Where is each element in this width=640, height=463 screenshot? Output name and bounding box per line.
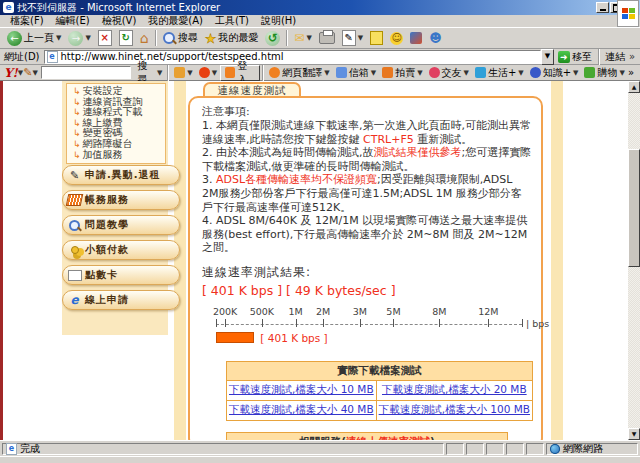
- download-test-link[interactable]: 下載速度測試,檔案大小 40 MB: [229, 403, 374, 415]
- scale-tick: [225, 319, 226, 327]
- history-button[interactable]: ↺: [262, 30, 283, 47]
- contacts-button[interactable]: ☻: [426, 30, 445, 46]
- address-input[interactable]: e http://www.hinet.net/support/testspeed…: [44, 50, 541, 64]
- page-icon: e: [47, 51, 58, 63]
- yahoo-item-5[interactable]: 知識+▼: [527, 66, 582, 80]
- home-button[interactable]: ⌂: [137, 30, 152, 46]
- yahoo-item-dropdown-icon[interactable]: ▼: [518, 69, 523, 77]
- forward-icon: →: [68, 31, 83, 46]
- menu-item-4[interactable]: 工具(T): [209, 14, 255, 28]
- sidebar-menu-item-0[interactable]: ↳安裝設定: [73, 86, 165, 97]
- yahoo-item-dropdown-icon[interactable]: ▼: [619, 69, 624, 77]
- yahoo-search-input[interactable]: [41, 66, 131, 79]
- document-icon: e: [6, 443, 17, 455]
- menu-item-3[interactable]: 我的最愛(A): [142, 14, 209, 28]
- table-header-highlight: 連線上傳速率測試: [346, 435, 430, 440]
- pencil-dropdown-icon[interactable]: ▼: [32, 69, 37, 77]
- speed-bar: [216, 332, 254, 343]
- discuss-button[interactable]: [367, 30, 386, 46]
- sidebar-button-4[interactable]: 點數卡: [62, 265, 180, 285]
- scrollbar-thumb[interactable]: [628, 149, 640, 267]
- favorites-button[interactable]: ★ 我的最愛: [202, 30, 262, 47]
- stop-button[interactable]: ×: [95, 29, 115, 47]
- sidebar-menu-item-6[interactable]: ↳加值服務: [73, 150, 165, 161]
- yahoo-item-dropdown-icon[interactable]: ▼: [371, 69, 376, 77]
- yahoo-item-0[interactable]: 網頁翻譯▼: [266, 66, 332, 80]
- forward-dropdown-icon[interactable]: ▼: [85, 34, 90, 42]
- media-button[interactable]: [407, 31, 425, 45]
- forward-button[interactable]: → ▼: [65, 30, 93, 47]
- menu-item-5[interactable]: 說明(H): [255, 14, 302, 28]
- refresh-button[interactable]: ↻: [116, 29, 136, 47]
- go-button[interactable]: ➜ 移至: [554, 50, 596, 64]
- browser-window: e 找不到伺服器 - Microsoft Internet Explorer ×…: [0, 0, 640, 463]
- refresh-icon: ↻: [119, 30, 133, 46]
- sidebar-menu: ↳安裝設定↳連線資訊查詢↳連線程式下載↳線上繳費↳變更密碼↳網路障礙台↳加值服務: [66, 83, 166, 164]
- minimize-button[interactable]: [596, 2, 609, 13]
- page-viewport: ↳安裝設定↳連線資訊查詢↳連線程式下載↳線上繳費↳變更密碼↳網路障礙台↳加值服務…: [0, 81, 628, 440]
- download-test-link[interactable]: 下載速度測試,檔案大小 100 MB: [379, 403, 530, 415]
- yahoo-item-dropdown-icon[interactable]: ▼: [573, 69, 578, 77]
- yahoo-logo[interactable]: Y!: [4, 66, 18, 80]
- yahoo-item-3[interactable]: 交友▼: [426, 66, 472, 80]
- download-test-link[interactable]: 下載速度測試,檔案大小 20 MB: [382, 383, 527, 395]
- mail-button[interactable]: ✉ ▼: [291, 30, 314, 46]
- yahoo-item-4[interactable]: 生活+▼: [472, 66, 527, 80]
- address-dropdown-icon[interactable]: ▼: [541, 49, 554, 65]
- scale-tick: [262, 319, 263, 327]
- title-bar: e 找不到伺服器 - Microsoft Internet Explorer ×: [0, 0, 640, 15]
- yahoo-window-button[interactable]: ▼: [171, 67, 195, 78]
- links-overflow-chevron[interactable]: »: [628, 51, 638, 62]
- mail-dropdown-icon[interactable]: ▼: [306, 34, 311, 42]
- branch-arrow-icon: ↳: [73, 139, 81, 150]
- scale-tick: [323, 319, 324, 327]
- sidebar-button-5[interactable]: e線上申請: [62, 290, 180, 310]
- toolbar-separator: [155, 30, 157, 46]
- burst-icon: [199, 67, 210, 78]
- note-item-1: 1. 本網頁僅限測試連線下載速率,第一次進入此頁面時,可能測出異常連線速率,此時…: [202, 119, 532, 146]
- edit-dropdown-icon[interactable]: ▼: [358, 34, 363, 42]
- result-value: [ 401 K bps ] [ 49 K bytes/sec ]: [202, 283, 532, 298]
- print-button[interactable]: [316, 31, 338, 45]
- yahoo-burst-button[interactable]: ▼: [196, 67, 220, 78]
- history-icon: ↺: [265, 31, 280, 46]
- yahoo-item-dropdown-icon[interactable]: ▼: [464, 69, 469, 77]
- back-button[interactable]: ← 上一頁 ▼: [4, 30, 64, 47]
- sidebar-menu-item-5[interactable]: ↳網路障礙台: [73, 139, 165, 150]
- yahoo-search-dropdown-icon[interactable]: ▼: [157, 69, 162, 77]
- sidebar-button-label: 帳務服務: [85, 193, 129, 207]
- yahoo-item-dropdown-icon[interactable]: ▼: [417, 69, 422, 77]
- sidebar-button-0[interactable]: ✎申請.異動.退租: [62, 165, 180, 185]
- yahoo-overflow-chevron[interactable]: »: [628, 67, 640, 78]
- sidebar-button-1[interactable]: 帳務服務: [62, 190, 180, 210]
- yahoo-item-2[interactable]: 拍賣▼: [379, 66, 425, 80]
- menu-item-1[interactable]: 編輯(E): [50, 14, 96, 28]
- sidebar-button-label: 點數卡: [85, 268, 118, 282]
- yahoo-item-1[interactable]: 信箱▼: [333, 66, 379, 80]
- pencil-icon[interactable]: ✎: [23, 66, 32, 79]
- yahoo-login-button[interactable]: 登入: [220, 65, 260, 81]
- messenger-button[interactable]: ☺: [387, 31, 406, 46]
- scroll-down-icon[interactable]: ▼: [628, 428, 640, 440]
- stop-icon: ×: [98, 30, 112, 46]
- yahoo-item-dropdown-icon[interactable]: ▼: [324, 69, 329, 77]
- back-dropdown-icon[interactable]: ▼: [56, 34, 61, 42]
- window-icon: [174, 67, 185, 78]
- edit-button[interactable]: ✎ ▼: [339, 29, 366, 47]
- globe-icon: [550, 444, 560, 454]
- page-tab-title: 連線速度測試: [203, 82, 301, 98]
- result-label: 連線速率測試結果:: [202, 264, 532, 281]
- vertical-scrollbar[interactable]: ▲ ▼: [628, 81, 640, 440]
- yahoo-item-6[interactable]: 購物▼: [581, 66, 627, 80]
- scroll-up-icon[interactable]: ▲: [628, 81, 640, 93]
- sidebar-button-2[interactable]: 問題教學: [62, 215, 180, 235]
- sidebar-button-3[interactable]: 小額付款: [62, 240, 180, 260]
- print-icon: [319, 32, 335, 44]
- menu-item-0[interactable]: 檔案(F): [4, 14, 50, 28]
- menu-item-2[interactable]: 檢視(V): [96, 14, 143, 28]
- branch-arrow-icon: ↳: [73, 86, 81, 97]
- status-pane: [506, 443, 524, 455]
- links-label[interactable]: 連結: [602, 50, 628, 64]
- download-test-link[interactable]: 下載速度測試,檔案大小 10 MB: [229, 383, 374, 395]
- search-button[interactable]: 搜尋: [160, 30, 201, 46]
